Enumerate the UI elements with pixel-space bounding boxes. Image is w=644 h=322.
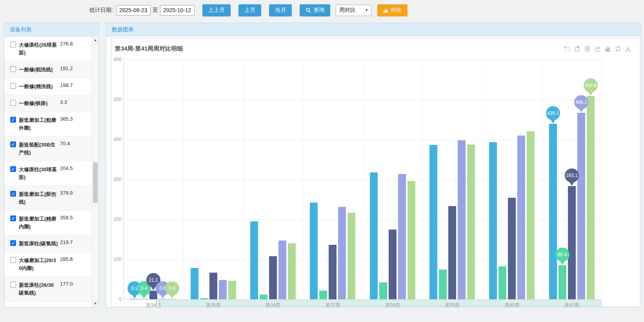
zoom-select-icon[interactable] — [564, 45, 570, 52]
list-item[interactable]: 新造滚柱(26/30碳氢线)177.0 — [4, 277, 92, 302]
item-checkbox[interactable]: ✓ — [10, 141, 16, 147]
chart-bar[interactable] — [219, 280, 227, 299]
scroll-down-icon[interactable]: ▼ — [92, 300, 98, 307]
bar-chart-icon[interactable] — [604, 45, 611, 52]
chart-bar[interactable] — [191, 268, 198, 299]
chart-bar[interactable] — [370, 172, 378, 299]
chart-bar[interactable] — [159, 299, 167, 299]
list-item[interactable]: ✓大修滚柱(30球基面)204.5 — [4, 161, 92, 186]
chart-bar[interactable] — [228, 281, 236, 299]
period-select-value: 周对比 — [339, 7, 356, 14]
grid-line-vertical — [303, 60, 303, 299]
chart-bar[interactable] — [568, 186, 576, 299]
top-toolbar: 统计日期: 至 上上月 上月 当月 查询 周对比 ▼ 对比 — [89, 4, 408, 17]
chart-bar[interactable] — [498, 266, 506, 299]
grid-line-vertical — [482, 60, 482, 299]
item-value: 177.0 — [60, 281, 73, 287]
download-icon[interactable] — [625, 45, 631, 52]
chart-bar[interactable] — [329, 245, 337, 299]
item-checkbox[interactable]: ✓ — [10, 191, 16, 197]
list-item[interactable]: ✓新造磨加工(探伤线)379.9 — [4, 186, 92, 211]
chart-bar[interactable] — [278, 241, 286, 299]
chart-bar[interactable] — [338, 207, 346, 299]
pin-tail — [569, 181, 575, 186]
item-checkbox[interactable] — [10, 83, 16, 89]
item-checkbox[interactable]: ✓ — [10, 240, 16, 246]
item-value: 191.2 — [60, 65, 73, 71]
chart-bar[interactable] — [439, 270, 447, 300]
current-month-button[interactable]: 当月 — [269, 4, 292, 16]
list-item[interactable]: 大修磨加工(26/30内圈)285.6 — [4, 252, 92, 277]
scroll-up-icon[interactable]: ▲ — [92, 37, 98, 43]
item-label: 新造磨加工(精磨内圈) — [19, 215, 58, 231]
chart-bar[interactable] — [140, 299, 148, 299]
item-checkbox[interactable]: ✓ — [10, 166, 16, 172]
sidebar-scrollbar[interactable]: ▲ ▼ — [92, 37, 98, 307]
item-checkbox[interactable] — [10, 66, 16, 72]
chart-bar[interactable] — [489, 142, 497, 299]
chart-bar[interactable] — [517, 136, 525, 299]
chart-bar[interactable] — [389, 230, 397, 300]
chart-bar[interactable] — [458, 140, 466, 299]
scrollbar-thumb[interactable] — [93, 162, 98, 203]
chart-bar[interactable] — [527, 131, 535, 299]
line-chart-icon[interactable] — [594, 45, 601, 52]
item-checkbox[interactable] — [10, 257, 16, 263]
chart-bar[interactable] — [587, 96, 595, 299]
restore-icon[interactable] — [615, 45, 621, 52]
list-item[interactable]: ✓新造滚柱(碳氢线)219.7 — [4, 235, 92, 252]
item-label: 新造滚柱(26/30碳氢线) — [19, 281, 58, 297]
date-from-input[interactable] — [116, 5, 151, 16]
compare-button[interactable]: 对比 — [377, 4, 408, 16]
chart-bar[interactable] — [209, 273, 217, 299]
chart-bar[interactable] — [250, 221, 258, 299]
pin-value: 466.2 — [575, 99, 587, 105]
list-item[interactable]: ✓新造磨加工(精磨内圈)358.5 — [4, 211, 92, 235]
item-checkbox[interactable]: ✓ — [10, 215, 16, 221]
chart-bar[interactable] — [149, 291, 157, 299]
chart-bar[interactable] — [168, 299, 176, 299]
chart-bar[interactable] — [398, 174, 406, 299]
chart-bar[interactable] — [260, 295, 267, 299]
chart-bar[interactable] — [549, 124, 557, 299]
chart-bar[interactable] — [379, 282, 387, 299]
chart-bar[interactable] — [288, 243, 296, 299]
item-checkbox[interactable] — [10, 100, 16, 106]
grid-line-vertical — [542, 60, 542, 299]
chart-bar[interactable] — [347, 213, 355, 299]
list-item[interactable]: 一般修(精洗线)198.7 — [4, 78, 92, 95]
value-pin-label: 85.4 — [555, 248, 569, 262]
item-value: 285.6 — [60, 256, 73, 262]
x-axis-tick-label: 第36周 — [261, 302, 285, 309]
datazoom-left-handle[interactable] — [156, 299, 159, 308]
chart-bar[interactable] — [200, 298, 208, 299]
zoom-reset-icon[interactable] — [574, 45, 580, 52]
chart-bar[interactable] — [577, 113, 585, 299]
item-checkbox[interactable]: ✓ — [10, 117, 16, 123]
chart-bar[interactable] — [310, 203, 318, 299]
pin-tail — [151, 286, 156, 290]
list-item[interactable]: ✓新造装配(30B生产线)70.4 — [4, 137, 92, 161]
query-button[interactable]: 查询 — [300, 4, 330, 16]
grid-line-vertical — [422, 60, 423, 299]
list-item[interactable]: ✓新造磨加工(粗磨外圈)365.3 — [4, 112, 92, 137]
item-checkbox[interactable] — [10, 42, 16, 47]
chart-bar[interactable] — [131, 299, 138, 299]
date-to-input[interactable] — [160, 5, 195, 16]
data-view-icon[interactable] — [584, 45, 591, 52]
chart-bar[interactable] — [319, 291, 327, 299]
chart-bar[interactable] — [467, 145, 475, 299]
prev-prev-month-button[interactable]: 上上月 — [202, 4, 231, 16]
chart-bar[interactable] — [558, 265, 566, 299]
list-item[interactable]: 一般修(粗洗线)191.2 — [4, 62, 92, 78]
item-checkbox[interactable] — [10, 282, 16, 288]
chart-bar[interactable] — [269, 256, 277, 299]
list-item[interactable]: 一般修(铁路)3.3 — [4, 95, 92, 112]
period-compare-select[interactable]: 周对比 ▼ — [336, 5, 372, 16]
chart-bar[interactable] — [448, 206, 456, 299]
chart-bar[interactable] — [408, 181, 415, 299]
chart-bar[interactable] — [429, 145, 437, 299]
chart-bar[interactable] — [508, 198, 516, 299]
prev-month-button[interactable]: 上月 — [238, 4, 261, 16]
list-item[interactable]: 大修滚柱(26球基面)276.8 — [4, 37, 92, 62]
